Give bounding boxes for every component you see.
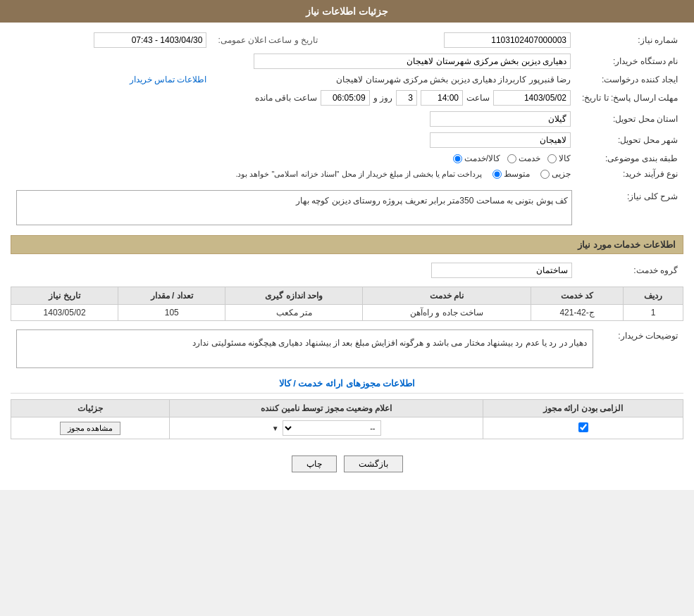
notes-row: توضیحات خریدار: دهیار در رد یا عدم رد بی… bbox=[11, 327, 683, 371]
deadline-time-label: ساعت bbox=[466, 93, 490, 103]
cell-quantity: 105 bbox=[118, 305, 225, 321]
subject-label: طبقه بندی موضوعی: bbox=[576, 151, 683, 166]
description-text: کف پوش بتونی به مساحت 350متر برابر تعریف… bbox=[296, 196, 568, 206]
cell-service-name: ساخت جاده و راه‌آهن bbox=[363, 305, 531, 321]
back-button[interactable]: بازگشت bbox=[344, 455, 403, 472]
license-required-checkbox[interactable] bbox=[578, 422, 588, 432]
deadline-days-label: روز و bbox=[373, 93, 392, 103]
notes-label: توضیحات خریدار: bbox=[599, 327, 683, 371]
description-box: کف پوش بتونی به مساحت 350متر برابر تعریف… bbox=[16, 190, 572, 225]
deadline-date-input[interactable] bbox=[493, 90, 571, 106]
deadline-value: ساعت روز و ساعت باقی مانده bbox=[11, 87, 576, 108]
radio-khadamat[interactable]: خدمت bbox=[507, 153, 540, 163]
deadline-remaining-input[interactable] bbox=[321, 90, 370, 106]
license-section-link[interactable]: اطلاعات مجوزهای ارائه خدمت / کالا bbox=[279, 378, 416, 389]
services-table: ردیف کد خدمت نام خدمت واحد اندازه گیری ت… bbox=[11, 287, 683, 321]
license-status-select[interactable]: -- bbox=[283, 420, 381, 436]
license-required-cell bbox=[483, 417, 683, 439]
services-table-body: 1 ج-42-421 ساخت جاده و راه‌آهن متر مکعب … bbox=[11, 305, 683, 321]
buyer-org-label: نام دستگاه خریدار: bbox=[576, 51, 683, 72]
need-number-value bbox=[352, 30, 576, 51]
motawaset-label: متوسط bbox=[504, 169, 530, 179]
announce-date-input[interactable] bbox=[94, 32, 206, 48]
purchase-type-note: پرداخت تمام یا بخشی از مبلغ خریدار از مح… bbox=[235, 170, 482, 179]
divider bbox=[11, 393, 683, 394]
license-details-cell: مشاهده مجوز bbox=[11, 417, 170, 439]
purchase-type-row: نوع فرآیند خرید: جزیی متوسط پرداخت تمام … bbox=[11, 166, 683, 182]
description-form-table: شرح کلی نیاز: کف پوش بتونی به مساحت 350م… bbox=[11, 187, 683, 228]
buyer-org-input[interactable] bbox=[254, 54, 571, 69]
city-row: شهر محل تحویل: bbox=[11, 130, 683, 151]
deadline-row: مهلت ارسال پاسخ: تا تاریخ: ساعت روز و سا… bbox=[11, 87, 683, 108]
requester-row: ایجاد کننده درخواست: رضا قنبرپور کاربردا… bbox=[11, 72, 683, 87]
col-quantity: تعداد / مقدار bbox=[118, 287, 225, 305]
content-area: شماره نیاز: تاریخ و ساعت اعلان عمومی: نا… bbox=[0, 23, 694, 490]
license-row: -- ▼ مشاهده مجوز bbox=[11, 417, 683, 439]
license-table: الزامی بودن ارائه مجوز اعلام وضعیت مجوز … bbox=[11, 399, 683, 439]
license-table-body: -- ▼ مشاهده مجوز bbox=[11, 417, 683, 439]
col-license-details: جزئیات bbox=[11, 400, 170, 417]
jozyi-label: جزیی bbox=[552, 169, 571, 179]
buyer-org-row: نام دستگاه خریدار: bbox=[11, 51, 683, 72]
license-section-link-container: اطلاعات مجوزهای ارائه خدمت / کالا bbox=[11, 378, 683, 389]
view-license-button[interactable]: مشاهده مجوز bbox=[60, 422, 120, 435]
subject-row: طبقه بندی موضوعی: کالا خدمت کالا/خدمت bbox=[11, 151, 683, 166]
services-section-header: اطلاعات خدمات مورد نیاز bbox=[11, 235, 683, 254]
requester-value: رضا قنبرپور کاربرداز دهیاری دیزبن بخش مر… bbox=[212, 72, 576, 87]
col-service-code: کد خدمت bbox=[531, 287, 624, 305]
notes-form-table: توضیحات خریدار: دهیار در رد یا عدم رد بی… bbox=[11, 327, 683, 371]
province-input[interactable] bbox=[430, 111, 571, 127]
city-value bbox=[11, 130, 576, 151]
services-header-row: ردیف کد خدمت نام خدمت واحد اندازه گیری ت… bbox=[11, 287, 683, 305]
deadline-remaining-label: ساعت باقی مانده bbox=[255, 93, 317, 103]
col-date: تاریخ نیاز bbox=[11, 287, 118, 305]
notes-text: دهیار در رد یا عدم رد بیشنهاد مختار می ب… bbox=[192, 338, 587, 348]
requester-text: رضا قنبرپور کاربرداز دهیاری دیزبن بخش مر… bbox=[336, 75, 571, 84]
col-service-name: نام خدمت bbox=[363, 287, 531, 305]
radio-kala[interactable]: کالا bbox=[547, 153, 571, 163]
footer-buttons: بازگشت چاپ bbox=[11, 445, 683, 483]
radio-jozyi[interactable]: جزیی bbox=[540, 169, 571, 179]
license-status-cell: -- ▼ bbox=[170, 417, 483, 439]
license-table-head: الزامی بودن ارائه مجوز اعلام وضعیت مجوز … bbox=[11, 400, 683, 417]
description-label: شرح کلی نیاز: bbox=[578, 187, 683, 228]
need-number-label: شماره نیاز: bbox=[576, 30, 683, 51]
requester-label: ایجاد کننده درخواست: bbox=[576, 72, 683, 87]
cell-date: 1403/05/02 bbox=[11, 305, 118, 321]
page-wrapper: جزئیات اطلاعات نیاز شماره نیاز: تاریخ و … bbox=[0, 0, 694, 490]
city-input[interactable] bbox=[430, 132, 571, 148]
page-title: جزئیات اطلاعات نیاز bbox=[306, 6, 388, 17]
radio-kala-khadamat[interactable]: کالا/خدمت bbox=[453, 153, 500, 163]
description-row: شرح کلی نیاز: کف پوش بتونی به مساحت 350م… bbox=[11, 187, 683, 228]
col-unit: واحد اندازه گیری bbox=[225, 287, 363, 305]
deadline-days-input[interactable] bbox=[396, 90, 417, 106]
notes-box: دهیار در رد یا عدم رد بیشنهاد مختار می ب… bbox=[16, 329, 593, 368]
need-number-input[interactable] bbox=[444, 32, 571, 48]
license-header-row: الزامی بودن ارائه مجوز اعلام وضعیت مجوز … bbox=[11, 400, 683, 417]
announce-date-value bbox=[11, 30, 212, 51]
cell-service-code: ج-42-421 bbox=[531, 305, 624, 321]
buyer-org-value bbox=[11, 51, 576, 72]
col-license-required: الزامی بودن ارائه مجوز bbox=[483, 400, 683, 417]
kala-khadamat-label: کالا/خدمت bbox=[464, 153, 500, 163]
city-label: شهر محل تحویل: bbox=[576, 130, 683, 151]
purchase-type-value: جزیی متوسط پرداخت تمام یا بخشی از مبلغ خ… bbox=[11, 166, 576, 182]
col-row-num: ردیف bbox=[624, 287, 683, 305]
main-form-table: شماره نیاز: تاریخ و ساعت اعلان عمومی: نا… bbox=[11, 30, 683, 182]
khadamat-label: خدمت bbox=[519, 153, 540, 163]
need-number-row: شماره نیاز: تاریخ و ساعت اعلان عمومی: bbox=[11, 30, 683, 51]
deadline-label: مهلت ارسال پاسخ: تا تاریخ: bbox=[576, 87, 683, 108]
contact-info-link[interactable]: اطلاعات تماس خریدار bbox=[130, 75, 207, 84]
deadline-time-input[interactable] bbox=[421, 90, 463, 106]
service-group-table: گروه خدمت: bbox=[11, 260, 683, 281]
announce-date-label: تاریخ و ساعت اعلان عمومی: bbox=[212, 30, 323, 51]
province-label: استان محل تحویل: bbox=[576, 108, 683, 130]
service-group-input[interactable] bbox=[431, 263, 572, 278]
service-group-value bbox=[11, 260, 578, 281]
service-group-label: گروه خدمت: bbox=[578, 260, 683, 281]
print-button[interactable]: چاپ bbox=[292, 455, 337, 472]
province-row: استان محل تحویل: bbox=[11, 108, 683, 130]
description-value: کف پوش بتونی به مساحت 350متر برابر تعریف… bbox=[11, 187, 578, 228]
cell-unit: متر مکعب bbox=[225, 305, 363, 321]
radio-motawaset[interactable]: متوسط bbox=[492, 169, 530, 179]
